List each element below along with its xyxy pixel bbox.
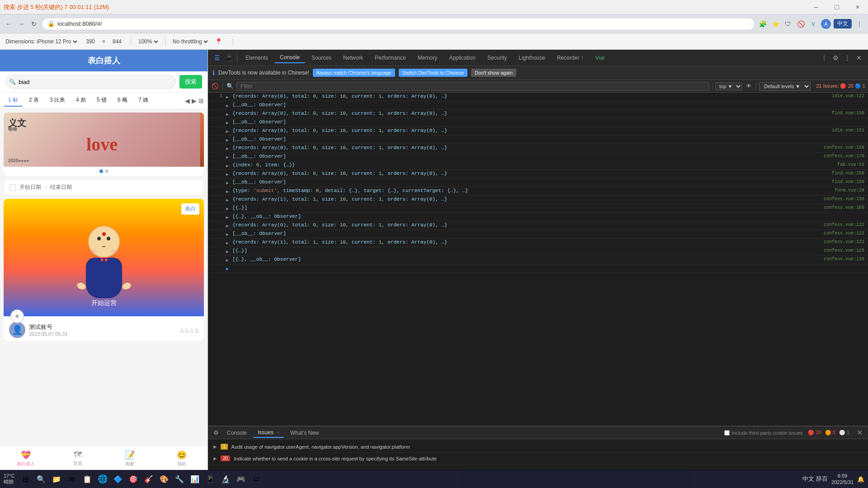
console-source[interactable]: confess.vue:156: [824, 197, 864, 202]
app1-btn[interactable]: 🎯: [127, 473, 140, 485]
dt-settings-btn[interactable]: ⚙: [830, 52, 841, 63]
devtools-device-btn[interactable]: 📱: [223, 52, 234, 63]
expand-toggle[interactable]: ▶: [226, 188, 232, 194]
cat-tab-3[interactable]: 3 比奥: [45, 94, 70, 107]
ime-icon[interactable]: 中文: [802, 475, 814, 483]
console-prompt[interactable]: ▶: [208, 264, 868, 273]
console-source[interactable]: idle.vue:151: [832, 128, 864, 133]
cat-tab-4[interactable]: 4 彪: [71, 94, 90, 107]
console-line[interactable]: ▶ [__ob__: Observer] confess.vue:170: [208, 153, 868, 161]
console-source[interactable]: find.vue:150: [832, 179, 864, 184]
bottom-tab-issues[interactable]: Issues ×: [253, 428, 284, 438]
console-line[interactable]: ▶ {records: Array(0), total: 0, size: 10…: [208, 170, 868, 178]
expand-toggle[interactable]: ▶: [226, 239, 232, 246]
tab-network[interactable]: Network: [338, 53, 368, 63]
bottom-tab-console[interactable]: Console: [222, 428, 251, 437]
mail-btn[interactable]: ✉: [66, 473, 78, 485]
app6-btn[interactable]: 📱: [204, 473, 217, 485]
console-line[interactable]: ▶ [{…}] confess.vue:126: [208, 247, 868, 256]
expand-toggle[interactable]: ▶: [226, 136, 232, 143]
console-source[interactable]: idle.vue:122: [832, 94, 864, 99]
app2-btn[interactable]: 🎸: [142, 473, 155, 485]
console-source[interactable]: confess.vue:160: [824, 205, 864, 210]
bookmark-btn[interactable]: ⭐: [770, 19, 780, 29]
include-checkbox[interactable]: [724, 430, 730, 436]
notif-btn-always[interactable]: Always match Chrome's language: [313, 69, 395, 77]
console-source[interactable]: confess.vue:126: [824, 248, 864, 253]
console-line[interactable]: ▶ {type: 'submit', timeStamp: 0, detail:…: [208, 187, 868, 196]
edge-btn[interactable]: 🔷: [112, 473, 124, 485]
expand-toggle[interactable]: ▶: [226, 111, 232, 117]
console-source[interactable]: form.vue:28: [835, 188, 864, 193]
expand-toggle[interactable]: ▶: [226, 171, 232, 177]
console-line[interactable]: ▶ {records: Array(0), total: 0, size: 10…: [208, 221, 868, 230]
console-line[interactable]: ▶ [{…}] confess.vue:160: [208, 204, 868, 213]
app9-btn[interactable]: 🗂: [250, 473, 263, 485]
nav-mine[interactable]: 😊 我的: [156, 448, 208, 469]
chrome-btn[interactable]: 🌐: [96, 473, 109, 485]
expand-toggle[interactable]: ▶: [226, 214, 232, 220]
expand-toggle[interactable]: ▶: [226, 257, 232, 263]
app5-btn[interactable]: 📊: [189, 473, 201, 485]
date-checkbox[interactable]: [9, 184, 16, 191]
address-bar[interactable]: 🔒 localhost:8080/#/: [42, 18, 755, 30]
refresh-btn[interactable]: ↻: [29, 19, 39, 29]
tab-memory[interactable]: Memory: [412, 53, 443, 63]
file-btn[interactable]: 📁: [50, 473, 63, 485]
expand-toggle[interactable]: ▶: [226, 231, 232, 237]
console-source[interactable]: confess.vue:136: [824, 257, 864, 262]
close-btn[interactable]: ×: [847, 0, 868, 14]
device-select[interactable]: Dimensions: iPhone 12 Pro: [4, 38, 79, 45]
expand-toggle[interactable]: ▶: [226, 222, 232, 229]
location-btn[interactable]: 📍: [213, 36, 224, 47]
expand-toggle[interactable]: ▶: [226, 94, 232, 100]
console-source[interactable]: confess.vue:122: [824, 231, 864, 236]
search-btn[interactable]: 🔍: [35, 473, 47, 485]
nav-guide[interactable]: 🗺 导览: [52, 448, 104, 469]
devtools-inspect-btn[interactable]: ☰: [212, 52, 222, 63]
app4-btn[interactable]: 🔧: [173, 473, 186, 485]
width-input[interactable]: [82, 38, 99, 45]
console-source[interactable]: find.vue:150: [832, 171, 864, 176]
expand-toggle[interactable]: ▶: [226, 197, 232, 203]
more-options-btn[interactable]: ⋮: [227, 36, 238, 47]
task-btn[interactable]: 📋: [81, 473, 94, 485]
shield-btn[interactable]: 🛡: [783, 19, 793, 29]
issue-row-2[interactable]: ▶ 20 Indicate whether to send a cookie i…: [208, 453, 868, 465]
console-filter-input[interactable]: [236, 82, 709, 91]
console-line[interactable]: ▶ {records: Array(0), total: 0, size: 10…: [208, 110, 868, 118]
expand-toggle[interactable]: ▶: [226, 145, 232, 151]
cat-tab-5[interactable]: 5 镖: [92, 94, 111, 107]
dt-close-btn[interactable]: ✕: [854, 52, 864, 63]
bottom-tab-whatsnew[interactable]: What's New: [286, 428, 324, 437]
nav-confess[interactable]: 💝 表白搭人: [0, 448, 52, 469]
app3-btn[interactable]: 🎨: [158, 473, 170, 485]
app8-btn[interactable]: 🎮: [235, 473, 247, 485]
tab-application[interactable]: Application: [443, 53, 481, 63]
cat-tab-6[interactable]: 6 飚: [113, 94, 132, 107]
tab-vue[interactable]: Vue: [590, 53, 610, 63]
add-btn[interactable]: +: [10, 310, 24, 323]
console-source[interactable]: confess.vue:156: [824, 145, 864, 150]
issue-row-1[interactable]: ▶ 1 Audit usage of navigator.userAgent, …: [208, 441, 868, 453]
expand-toggle[interactable]: ▶: [226, 119, 232, 126]
notification-icon[interactable]: 🔔: [857, 476, 864, 483]
console-output[interactable]: 1 ▶ {records: Array(0), total: 0, size: …: [208, 93, 868, 426]
eye-btn[interactable]: 👁: [744, 82, 753, 91]
dt-more-icon[interactable]: ⋮: [821, 54, 827, 61]
search-button[interactable]: 搜索: [179, 75, 202, 89]
cat-grid-btn[interactable]: ⊞: [198, 97, 204, 104]
profile-avatar[interactable]: A: [821, 19, 831, 29]
bottom-close-btn[interactable]: ✕: [855, 428, 864, 437]
expand-toggle[interactable]: ▶: [226, 162, 232, 169]
cat-prev-btn[interactable]: ◀: [185, 97, 190, 104]
console-line[interactable]: ▶ [{…}, __ob__: Observer] confess.vue:13…: [208, 256, 868, 264]
console-source[interactable]: confess.vue:170: [824, 154, 864, 159]
console-source[interactable]: fab.vue:53: [837, 162, 864, 167]
adblock-btn[interactable]: 🚫: [796, 19, 806, 29]
tab-recorder[interactable]: Recorder ↑: [552, 53, 589, 63]
post-action-btn[interactable]: 表白: [181, 203, 199, 215]
console-line[interactable]: ▶ [__ob__: Observer]: [208, 136, 868, 144]
back-btn[interactable]: ←: [4, 19, 14, 29]
console-levels-select[interactable]: Default levels ▼: [759, 82, 811, 91]
